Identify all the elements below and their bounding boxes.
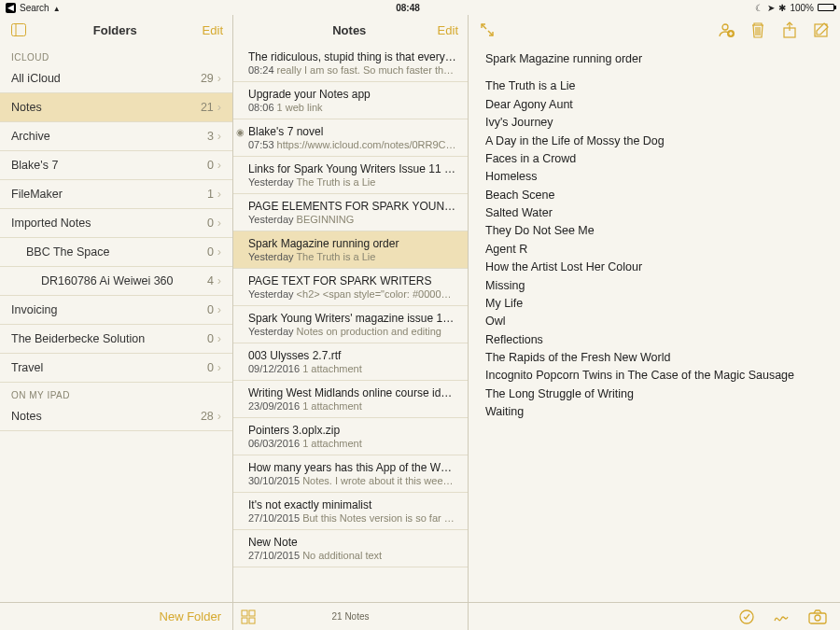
folder-row[interactable]: Invoicing0› xyxy=(0,296,232,325)
trash-icon[interactable] xyxy=(749,21,767,39)
folder-label: Imported Notes xyxy=(11,217,202,230)
folder-row[interactable]: Blake's 70› xyxy=(0,151,232,180)
note-row-snippet: <h2> <span style="color: #0000… xyxy=(297,288,452,300)
folder-row[interactable]: Travel0› xyxy=(0,354,232,383)
chevron-right-icon: › xyxy=(217,159,221,172)
add-person-icon[interactable] xyxy=(717,21,735,39)
folder-row[interactable]: BBC The Space0› xyxy=(0,238,232,267)
folder-label: All iCloud xyxy=(11,72,195,85)
svg-rect-0 xyxy=(12,24,26,36)
note-row-time: Yesterday xyxy=(248,288,294,300)
note-row[interactable]: ◉Blake's 7 novel07:53 https://www.icloud… xyxy=(233,119,468,157)
folder-label: Invoicing xyxy=(11,303,202,316)
folder-label: DR160786 Ai Weiwei 360 xyxy=(11,274,202,287)
note-row-title: Links for Spark Young Writers Issue 11 p… xyxy=(248,162,456,175)
folder-count: 21 xyxy=(201,101,214,114)
note-row[interactable]: How many years has this App of the We…30… xyxy=(233,455,468,493)
note-line: Salted Water xyxy=(485,204,823,222)
wifi-icon xyxy=(53,3,61,13)
note-row[interactable]: New Note27/10/2015 No additional text xyxy=(233,530,468,567)
battery-icon xyxy=(818,4,834,11)
note-row-time: 08:24 xyxy=(248,64,274,76)
note-row[interactable]: Spark Young Writers' magazine issue 11…Y… xyxy=(233,306,468,343)
note-row-time: Yesterday xyxy=(248,251,294,262)
notes-edit-button[interactable]: Edit xyxy=(438,23,458,37)
note-row-snippet: https://www.icloud.com/notes/0RR9C… xyxy=(277,139,456,150)
svg-rect-4 xyxy=(242,618,247,623)
note-row[interactable]: Links for Spark Young Writers Issue 11 p… xyxy=(233,157,468,194)
note-row-snippet: The Truth is a Lie xyxy=(296,176,375,188)
note-row[interactable]: Spark Magazine running orderYesterday Th… xyxy=(233,231,468,269)
note-line: Owl xyxy=(485,313,823,330)
folder-count: 0 xyxy=(207,361,214,374)
note-row-time: Yesterday xyxy=(248,214,294,225)
notes-count: 21 Notes xyxy=(331,611,369,622)
note-row-title: How many years has this App of the We… xyxy=(248,461,456,474)
note-detail-pane: Spark Magazine running order The Truth i… xyxy=(469,15,840,630)
folder-row[interactable]: DR160786 Ai Weiwei 3604› xyxy=(0,267,232,296)
back-to-app-icon[interactable]: ◀ xyxy=(6,3,16,13)
note-line: The Long Struggle of Writing xyxy=(485,385,823,403)
note-row-title: 003 Ulysses 2.7.rtf xyxy=(248,349,456,362)
chevron-right-icon: › xyxy=(217,303,221,316)
note-row[interactable]: The ridiculous, stupid thing is that eve… xyxy=(233,45,468,82)
bluetooth-icon: ✱ xyxy=(778,3,786,13)
folder-row[interactable]: Notes28› xyxy=(0,402,232,431)
folder-count: 4 xyxy=(207,274,214,287)
svg-rect-5 xyxy=(249,618,255,623)
note-line: Agent R xyxy=(485,241,823,259)
folder-row[interactable]: Imported Notes0› xyxy=(0,209,232,238)
folder-row[interactable]: All iCloud29› xyxy=(0,64,232,93)
note-row[interactable]: 003 Ulysses 2.7.rtf09/12/2016 1 attachme… xyxy=(233,343,468,381)
note-body[interactable]: The Truth is a LieDear Agony AuntIvy's J… xyxy=(485,77,823,421)
note-line: The Rapids of the Fresh New World xyxy=(485,349,823,367)
folder-row[interactable]: Archive3› xyxy=(0,122,232,151)
chevron-right-icon: › xyxy=(217,217,221,230)
chevron-right-icon: › xyxy=(217,410,221,423)
battery-pct: 100% xyxy=(790,3,814,13)
share-icon[interactable] xyxy=(780,21,799,39)
note-row-snippet: really I am so fast. So much faster tha… xyxy=(277,64,456,76)
chevron-right-icon: › xyxy=(217,101,221,114)
note-row-title: Writing West Midlands online course ide… xyxy=(248,386,456,399)
folder-row[interactable]: FileMaker1› xyxy=(0,180,232,209)
folder-count: 3 xyxy=(207,130,214,143)
folders-edit-button[interactable]: Edit xyxy=(203,23,223,37)
folder-label: The Beiderbecke Solution xyxy=(11,332,202,345)
camera-icon[interactable] xyxy=(808,608,827,626)
note-row-time: Yesterday xyxy=(248,176,294,188)
folder-label: Blake's 7 xyxy=(11,159,202,172)
note-row-title: Pointers 3.oplx.zip xyxy=(248,424,456,437)
note-row[interactable]: PAGE TEXT FOR SPARK WRITERSYesterday <h2… xyxy=(233,269,468,306)
note-row-time: 09/12/2016 xyxy=(248,363,300,374)
chevron-right-icon: › xyxy=(217,245,221,259)
folder-row[interactable]: The Beiderbecke Solution0› xyxy=(0,325,232,354)
sidebar-toggle-icon[interactable] xyxy=(9,21,28,39)
back-to-app-label[interactable]: Search xyxy=(20,3,49,13)
folders-pane: Folders Edit ICLOUDAll iCloud29›Notes21›… xyxy=(0,15,233,630)
note-line: Homeless xyxy=(485,168,823,186)
expand-icon[interactable] xyxy=(478,21,497,39)
view-as-grid-icon[interactable] xyxy=(241,609,256,624)
sketch-icon[interactable] xyxy=(773,608,791,626)
note-row-time: 30/10/2015 xyxy=(248,475,300,486)
chevron-right-icon: › xyxy=(217,188,221,201)
note-row[interactable]: Upgrade your Notes app08:06 1 web link xyxy=(233,82,468,119)
svg-point-12 xyxy=(815,615,820,621)
note-row[interactable]: Pointers 3.oplx.zip06/03/2016 1 attachme… xyxy=(233,418,468,455)
note-row-snippet: 1 web link xyxy=(277,102,323,113)
note-row-time: 23/09/2016 xyxy=(248,400,300,412)
note-row[interactable]: Writing West Midlands online course ide…… xyxy=(233,381,468,418)
checklist-icon[interactable] xyxy=(737,608,756,626)
folder-label: Travel xyxy=(11,361,202,374)
new-folder-button[interactable]: New Folder xyxy=(160,609,221,623)
folder-section-header: ICLOUD xyxy=(0,45,232,64)
note-row-snippet: 1 attachment xyxy=(302,438,362,449)
note-row[interactable]: PAGE ELEMENTS FOR SPARK YOUNG…Yesterday … xyxy=(233,194,468,231)
compose-icon[interactable] xyxy=(812,21,831,39)
svg-rect-2 xyxy=(242,610,247,616)
folder-count: 0 xyxy=(207,217,214,230)
folder-row[interactable]: Notes21› xyxy=(0,93,232,122)
note-row[interactable]: It's not exactly minimalist27/10/2015 Bu… xyxy=(233,493,468,530)
note-line: How the Artist Lost Her Colour xyxy=(485,259,823,276)
